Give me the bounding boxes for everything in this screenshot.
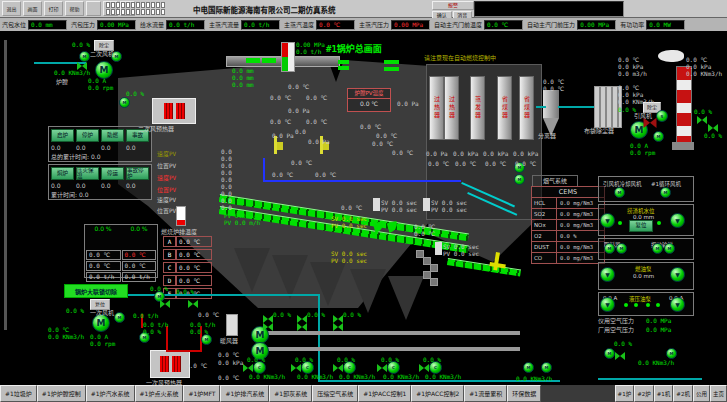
motor-icon[interactable]: M [604,243,615,254]
nav-button[interactable]: #1垃圾炉 [0,385,37,402]
motor-icon[interactable]: M [666,348,677,359]
nav-button[interactable]: #2炉 [634,385,654,402]
nav-button[interactable]: 压缩空气系统 [312,385,358,402]
nav-button[interactable]: #2机 [673,385,693,402]
control-button[interactable]: 焖炉 [51,167,74,180]
nav-button[interactable]: 环保数据 [507,385,541,402]
nav-button[interactable]: #1炉汽水系统 [86,385,135,402]
status-value: 0.00 MPa [577,20,616,30]
left-duct [4,40,7,330]
mimic-label: 0.0 ℃ [515,161,536,167]
boiler-overview-screen: #1锅炉总画面 请注意现在自动燃烧控制中 炉膛PV温度 0.0 ℃ 除尘 除尘 … [0,0,727,402]
mimic-label: 0.0 Pa [272,133,294,139]
nav-button[interactable]: 公用 [693,385,710,402]
motor-icon[interactable]: M [514,174,525,185]
valve-icon[interactable] [333,364,343,373]
pump-icon[interactable]: ▼ [670,297,685,312]
toolbar-button[interactable]: 画面 [23,1,42,16]
motor-icon[interactable]: M [604,348,615,359]
valve-icon[interactable] [291,364,301,373]
motor-icon[interactable]: M [614,187,625,198]
mimic-label: 一次风预热器 [146,380,182,386]
motor-icon[interactable]: M [114,312,125,323]
valve-icon[interactable] [243,364,253,373]
drum-gauge [281,42,295,72]
fan-measure-cell: 0.0 ℃ [122,261,157,271]
motor-icon[interactable]: M [541,362,552,373]
pipe [268,347,520,351]
valve-icon[interactable] [297,323,307,332]
toolbar-button[interactable]: 帮助 [65,1,84,16]
mimic-label: 0.0 ℃ [218,352,239,358]
nav-button[interactable]: #1炉排汽系统 [220,385,269,402]
pipe [384,67,399,71]
pump-icon[interactable]: ▼ [670,213,685,228]
nav-right-group: #1炉#2炉#1机#2机公用主页 [615,385,727,402]
valve-icon[interactable] [377,364,387,373]
status-item: 汽包压力0.00 MPa [71,20,136,30]
motor-icon[interactable]: M [92,314,110,332]
backpass-column-label: 蒸发器 [475,96,481,120]
motor-icon[interactable]: M [616,243,627,254]
motor-icon[interactable]: S [656,110,668,122]
nav-button[interactable]: #1卸灰系统 [269,385,312,402]
pump-icon[interactable]: ▼ [670,267,685,282]
nav-button[interactable]: 主页 [710,385,727,402]
toolbar-grid-cell [161,9,165,15]
mimic-label: 0.0 ℃ [341,205,362,211]
nav-button[interactable]: #1炉点火系统 [135,385,184,402]
alarm-button[interactable]: 报警 [432,1,474,10]
toolbar-button[interactable]: 打印 [44,1,63,16]
nav-button[interactable]: #1炉 [615,385,635,402]
motor-icon[interactable]: M [523,362,534,373]
cems-value: 0.0 mg/Nm3 [557,198,604,208]
control-button[interactable]: 启炉 [51,129,74,142]
toolbar-button[interactable]: 退出 [2,1,21,16]
control-button[interactable]: 事故停炉 [126,167,149,180]
cems-pollutant: NOx [532,220,557,230]
valve-icon[interactable] [333,323,343,332]
motor-icon[interactable]: M [652,243,663,254]
nav-button[interactable]: #1流量累积 [464,385,507,402]
control-button[interactable]: 停运 [101,167,124,180]
valve-icon[interactable] [419,364,429,373]
motor-icon[interactable]: M [79,51,90,62]
air-warmer [226,314,238,336]
damper-valve-icon[interactable] [644,118,657,130]
pump-icon[interactable]: ▼ [600,297,615,312]
valve-icon[interactable] [160,300,170,309]
motor-icon[interactable]: M [201,334,212,345]
motor-icon[interactable]: M [664,243,675,254]
nav-button[interactable]: #1炉ACC控制1 [358,385,411,402]
nav-button[interactable]: #1机 [654,385,674,402]
mimic-label: 0.0 ℃ [485,161,506,167]
pump-icon[interactable]: ▼ [600,267,615,282]
mimic-label: 0.0 Pa [288,108,310,114]
motor-icon[interactable]: M [660,187,671,198]
motor-icon[interactable]: M [653,131,664,142]
valve-icon[interactable] [697,116,707,125]
nav-button[interactable]: #1炉炉膛控制 [37,385,86,402]
status-value: 0.00 MPa [97,20,136,30]
pump-icon[interactable]: ▼ [600,213,615,228]
nav-button[interactable]: #1炉ACC控制2 [411,385,464,402]
valve-icon[interactable] [615,352,625,361]
backpass-column: 过热器 [444,76,459,140]
valve-icon[interactable] [263,323,273,332]
control-button[interactable]: 停炉 [76,129,99,142]
valve-icon[interactable] [188,300,198,309]
toolbar-grid-cell [121,2,125,8]
control-button[interactable]: 压火保温 [76,167,99,180]
mimic-label: 0.0 % [273,312,291,318]
control-button[interactable]: 助燃 [101,129,124,142]
nav-button[interactable]: #1炉MFT [183,385,220,402]
mimic-label: 0.0 ℃ [455,161,476,167]
mimic-label: 0.0 Pa [426,151,448,157]
toolbar-grid-cell [116,2,120,8]
slag-reset-button[interactable]: 复位 [629,220,653,232]
mimic-label: PV 0.0 sec [431,207,467,213]
heater-coil-icon [172,356,181,372]
status-item: 给水流量0.0 t/h [140,20,205,30]
motor-icon[interactable]: M [119,97,130,108]
secondary-air-preheater [152,98,196,124]
